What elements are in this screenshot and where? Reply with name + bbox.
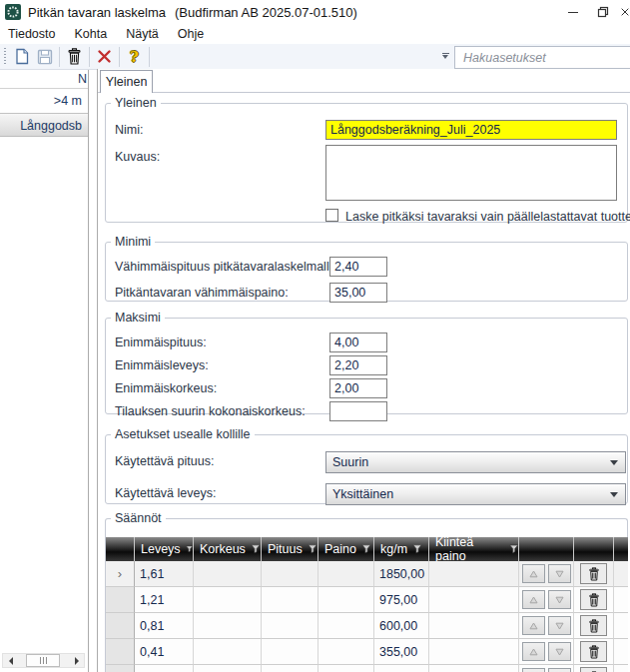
menu-item-ohje[interactable]: Ohje — [178, 27, 204, 41]
delete-row-button[interactable] — [580, 641, 607, 662]
delete-row-button[interactable] — [580, 667, 607, 672]
column-header-kgm[interactable]: kg/m — [374, 537, 429, 561]
group-multi-package-legend: Asetukset usealle kollille — [111, 427, 255, 441]
cell-kgm[interactable]: 1850,00 — [374, 561, 429, 587]
description-textarea[interactable] — [325, 145, 617, 201]
column-header-korkeus[interactable]: Korkeus — [194, 537, 262, 561]
cell-paino[interactable] — [318, 639, 374, 665]
column-header-paino[interactable]: Paino — [318, 537, 374, 561]
cell-kgm[interactable]: 355,00 — [374, 639, 429, 665]
used-length-dropdown[interactable]: Suurin — [325, 451, 626, 473]
cell-leveys[interactable]: 1,61 — [135, 561, 194, 587]
cell-leveys[interactable]: 0,41 — [135, 639, 194, 665]
move-up-button[interactable] — [522, 668, 545, 672]
search-input[interactable] — [454, 46, 630, 69]
move-down-button[interactable] — [548, 590, 571, 609]
scrollbar-thumb[interactable] — [26, 654, 60, 667]
cell-korkeus[interactable] — [194, 587, 262, 613]
long-goods-checkbox[interactable] — [325, 209, 338, 222]
max-total-height-input[interactable] — [329, 401, 387, 421]
scroll-right-icon[interactable] — [69, 654, 84, 667]
move-up-button[interactable] — [522, 642, 545, 661]
cell-kgm[interactable]: 200,00 — [374, 665, 429, 672]
cell-leveys[interactable]: 0,81 — [135, 613, 194, 639]
help-icon[interactable]: ? — [123, 46, 146, 68]
move-down-button[interactable] — [548, 668, 571, 672]
cell-paino[interactable] — [318, 587, 374, 613]
cell-paino[interactable] — [318, 665, 374, 672]
max-width-input[interactable] — [329, 355, 387, 375]
move-down-button[interactable] — [548, 616, 571, 635]
table-row[interactable]: 0,81 600,00 — [106, 613, 628, 639]
cell-kgm[interactable]: 975,00 — [374, 587, 429, 613]
save-icon[interactable] — [33, 46, 56, 68]
sidebar-column-header[interactable]: N — [0, 70, 88, 89]
cell-kiintea-paino[interactable] — [429, 561, 519, 587]
long-goods-checkbox-label: Laske pitkäksi tavaraksi vain päällelast… — [345, 210, 630, 224]
cell-leveys[interactable]: 0,00 — [135, 665, 194, 672]
table-row[interactable]: 0,41 355,00 — [106, 639, 628, 665]
sidebar-item-4m[interactable]: >4 m — [0, 89, 88, 113]
column-header-pituus[interactable]: Pituus — [262, 537, 318, 561]
column-header-leveys[interactable]: Leveys — [135, 537, 194, 561]
application-window: Pitkän tavaran laskelma (Budfirman AB 20… — [0, 0, 630, 672]
tab-yleinen[interactable]: Yleinen — [100, 70, 153, 93]
max-height-input[interactable] — [329, 378, 387, 398]
delete-row-button[interactable] — [580, 615, 607, 636]
cell-korkeus[interactable] — [194, 665, 262, 672]
sidebar-horizontal-scrollbar[interactable] — [2, 653, 85, 668]
row-selector[interactable] — [106, 665, 135, 672]
delete-row-button[interactable] — [580, 563, 607, 584]
cell-paino[interactable] — [318, 613, 374, 639]
column-header-kiintea-paino[interactable]: Kiinteä paino — [429, 537, 519, 561]
scrollbar-track[interactable] — [18, 654, 69, 667]
menu-item-tiedosto[interactable]: Tiedosto — [8, 27, 55, 41]
name-input[interactable] — [325, 120, 617, 140]
restore-icon[interactable] — [588, 0, 618, 24]
move-up-button[interactable] — [522, 564, 545, 583]
max-length-input[interactable] — [329, 333, 387, 352]
toolbar-grip[interactable] — [4, 48, 6, 66]
row-selector[interactable] — [106, 639, 135, 665]
used-width-dropdown[interactable]: Yksittäinen — [325, 483, 626, 505]
move-up-button[interactable] — [522, 616, 545, 635]
cell-pituus[interactable] — [262, 613, 318, 639]
cell-korkeus[interactable] — [194, 639, 262, 665]
cell-kiintea-paino[interactable] — [429, 639, 519, 665]
move-down-button[interactable] — [548, 564, 571, 583]
row-selector-arrow[interactable]: › — [106, 561, 135, 587]
menu-item-nayta[interactable]: Näytä — [126, 27, 159, 41]
cell-kiintea-paino[interactable] — [429, 665, 519, 672]
cell-paino[interactable] — [318, 561, 374, 587]
row-selector[interactable] — [106, 613, 135, 639]
sidebar-item-langgods[interactable]: Långgodsb — [0, 113, 88, 137]
delete-x-icon[interactable] — [93, 46, 116, 68]
close-icon[interactable] — [618, 0, 630, 24]
min-weight-input[interactable] — [329, 283, 387, 303]
min-length-input[interactable] — [329, 257, 387, 277]
row-selector[interactable] — [106, 587, 135, 613]
scroll-left-icon[interactable] — [3, 654, 18, 667]
cell-korkeus[interactable] — [194, 561, 262, 587]
cell-pituus[interactable] — [262, 639, 318, 665]
cell-leveys[interactable]: 1,21 — [135, 587, 194, 613]
cell-kgm[interactable]: 600,00 — [374, 613, 429, 639]
menu-item-kohta[interactable]: Kohta — [74, 27, 107, 41]
move-up-button[interactable] — [522, 590, 545, 609]
trash-icon[interactable] — [63, 46, 86, 68]
toolbar-overflow-icon[interactable] — [440, 53, 450, 59]
minimize-icon[interactable] — [558, 0, 588, 24]
move-down-button[interactable] — [548, 642, 571, 661]
table-row[interactable]: 1,21 975,00 — [106, 587, 628, 613]
cell-kiintea-paino[interactable] — [429, 587, 519, 613]
cell-pituus[interactable] — [262, 561, 318, 587]
cell-pituus[interactable] — [262, 587, 318, 613]
cell-kiintea-paino[interactable] — [429, 613, 519, 639]
table-row[interactable]: › 1,61 1850,00 — [106, 561, 628, 587]
table-row[interactable]: 0,00 200,00 — [106, 665, 628, 672]
new-document-icon[interactable] — [10, 46, 33, 68]
toolbar-separator — [119, 47, 120, 67]
cell-pituus[interactable] — [262, 665, 318, 672]
cell-korkeus[interactable] — [194, 613, 262, 639]
delete-row-button[interactable] — [580, 589, 607, 610]
